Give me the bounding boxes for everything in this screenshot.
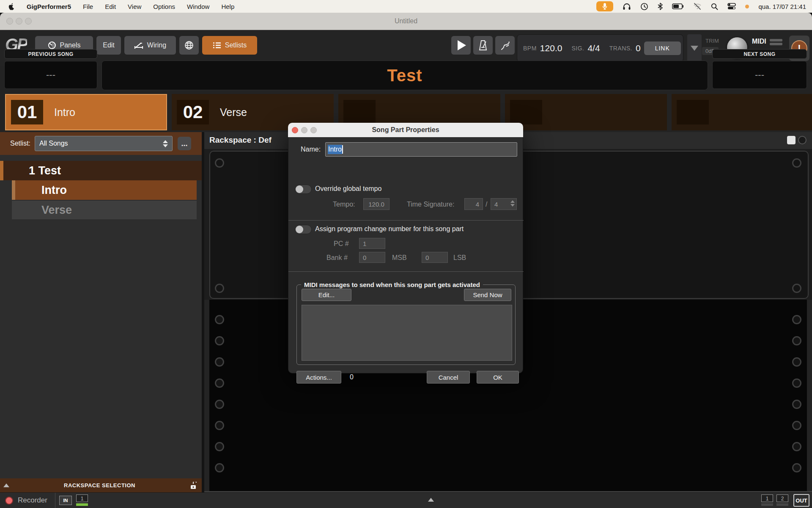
send-now-button[interactable]: Send Now (464, 289, 511, 301)
dialog-zoom-button[interactable] (310, 127, 317, 133)
input-channel-1-level (76, 503, 88, 506)
setlist-value: All Songs (39, 140, 68, 147)
search-icon[interactable] (711, 3, 718, 10)
rack-screw-icon (792, 442, 801, 451)
tuning-fork-button[interactable] (495, 36, 515, 55)
window-zoom-button[interactable] (25, 18, 32, 25)
rack-screw-icon (792, 357, 801, 367)
bank-lsb-box[interactable]: 0 (422, 252, 448, 263)
dialog-title-bar: Song Part Properties (288, 123, 523, 137)
assign-pc-toggle[interactable] (295, 225, 312, 234)
rack-screw-icon (792, 158, 801, 168)
window-minimize-button[interactable] (16, 18, 22, 25)
timesig-denominator-box[interactable]: 4 (491, 198, 517, 210)
play-button[interactable] (451, 36, 471, 55)
song-part-name-input[interactable]: Intro (325, 142, 517, 157)
rack-screw-icon (215, 284, 224, 293)
menu-edit[interactable]: Edit (105, 3, 116, 10)
dialog-body: Name: Intro Override global tempo Tempo:… (288, 137, 523, 373)
control-center-icon[interactable] (727, 3, 736, 10)
headphones-icon[interactable] (623, 3, 631, 10)
setlist-more-button[interactable]: ... (178, 137, 191, 150)
audio-in-button[interactable]: IN (59, 496, 72, 505)
song-row-test[interactable]: 1 Test (0, 161, 202, 180)
menu-options[interactable]: Options (153, 3, 175, 10)
trans-value[interactable]: 0 (636, 43, 641, 53)
cancel-button[interactable]: Cancel (427, 371, 470, 384)
wiring-label: Wiring (147, 41, 166, 49)
wiring-button[interactable]: Wiring (124, 36, 176, 55)
unlock-icon[interactable] (190, 482, 197, 489)
knob-view-icon[interactable] (798, 136, 807, 144)
dialog-minimize-button[interactable] (301, 127, 307, 133)
menu-view[interactable]: View (128, 3, 141, 10)
window-close-button[interactable] (6, 18, 13, 25)
song-name: Test (38, 164, 61, 177)
menu-help[interactable]: Help (221, 3, 234, 10)
part-name: Intro (54, 106, 75, 119)
bank-msb-box[interactable]: 0 (359, 252, 385, 263)
apple-menu-icon[interactable] (8, 2, 15, 11)
song-title-box[interactable]: Test (102, 61, 708, 90)
battery-icon[interactable] (672, 3, 684, 9)
next-song-value[interactable]: --- (712, 61, 807, 89)
actions-button[interactable]: Actions... (296, 371, 341, 384)
edit-button[interactable]: Edit (96, 36, 121, 55)
song-part-tile-1[interactable]: 01 Intro (5, 94, 167, 130)
midi-activity-bar-2 (770, 43, 782, 45)
dialog-close-button[interactable] (292, 127, 298, 133)
midi-activity-bar-1 (770, 39, 782, 41)
link-button[interactable]: LINK (644, 41, 681, 55)
wifi-off-icon[interactable] (693, 3, 702, 10)
rack-screw-icon (792, 463, 801, 472)
pc-number-label: PC # (334, 240, 349, 248)
setlist-dropdown[interactable]: All Songs (35, 136, 173, 151)
metronome-button[interactable] (473, 36, 493, 55)
song-part-tile-5[interactable] (672, 94, 812, 130)
menu-file[interactable]: File (83, 3, 93, 10)
window-title: Untitled (0, 13, 812, 30)
timesig-numerator-box[interactable]: 4 (464, 198, 483, 210)
setlists-button[interactable]: Setlists (202, 36, 257, 55)
trim-label: TRIM (705, 38, 719, 44)
stepper-arrows-icon[interactable] (510, 200, 515, 207)
transport-dropdown-button[interactable] (687, 34, 702, 62)
rack-screw-icon (792, 284, 801, 293)
bpm-value[interactable]: 120.0 (540, 43, 562, 53)
output-channel-1-meter: 1 (761, 494, 773, 502)
menu-window[interactable]: Window (187, 3, 209, 10)
song-part-row-intro[interactable]: Intro (12, 180, 197, 200)
audio-out-button[interactable]: OUT (793, 494, 809, 507)
sig-value[interactable]: 4/4 (587, 43, 600, 53)
screen-recording-indicator-icon (745, 5, 749, 8)
previous-song-value[interactable]: --- (4, 61, 97, 89)
panel-view-icon[interactable] (787, 136, 796, 144)
override-tempo-toggle[interactable] (295, 185, 312, 194)
msb-label: MSB (392, 254, 407, 262)
tuner-globe-button[interactable] (179, 36, 199, 55)
menu-app-name[interactable]: GigPerformer5 (27, 3, 71, 10)
sig-label: SIG. (571, 45, 584, 52)
screen: GigPerformer5 File Edit View Options Win… (0, 0, 812, 508)
record-button[interactable] (5, 497, 13, 505)
collapse-up-icon[interactable] (3, 483, 9, 487)
bluetooth-icon[interactable] (658, 3, 663, 10)
tempo-value-box[interactable]: 120.0 (363, 198, 390, 210)
pc-number-box[interactable]: 1 (359, 238, 385, 249)
menu-clock[interactable]: qua. 17/07 21:41 (758, 3, 806, 10)
time-machine-icon[interactable] (640, 3, 648, 11)
ok-button[interactable]: OK (477, 371, 519, 384)
song-part-row-verse[interactable]: Verse (12, 201, 197, 219)
expand-panel-icon[interactable] (428, 498, 434, 502)
song-part-properties-dialog: Song Part Properties Name: Intro Overrid… (288, 123, 523, 373)
microphone-in-use-icon[interactable] (596, 1, 613, 11)
timesig-label: Time Signature: (407, 201, 454, 208)
song-part-tile-4[interactable] (505, 94, 667, 130)
edit-midi-button[interactable]: Edit... (302, 289, 351, 301)
midi-messages-list[interactable] (302, 305, 512, 361)
selection-strip (0, 161, 3, 180)
name-label: Name: (301, 146, 321, 153)
rackspace-selection-bar[interactable]: RACKSPACE SELECTION (0, 478, 202, 492)
rack-screw-icon (792, 421, 801, 430)
override-tempo-label: Override global tempo (315, 185, 381, 193)
